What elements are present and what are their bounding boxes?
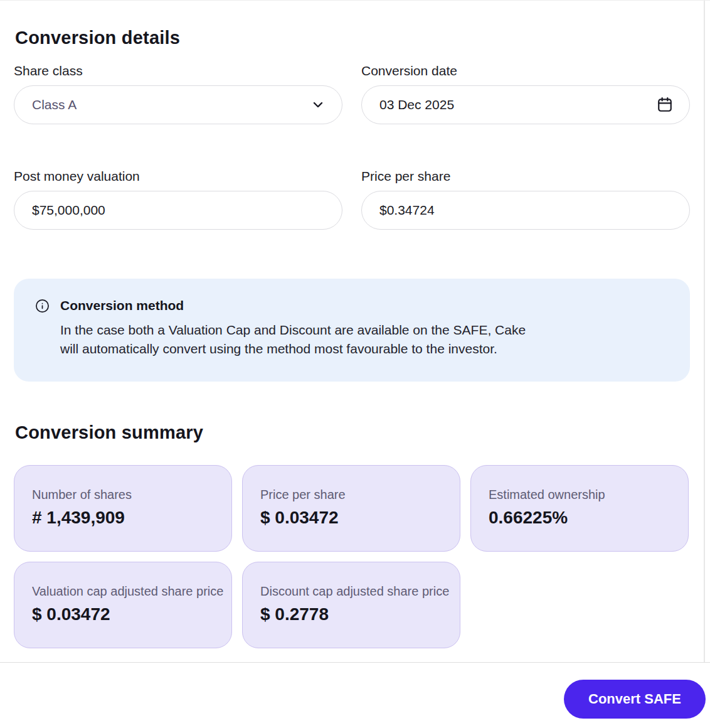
- info-body-line1: In the case both a Valuation Cap and Dis…: [60, 321, 669, 340]
- field-share-class: Share class Class A: [14, 63, 342, 124]
- card-value: 0.66225%: [489, 507, 670, 528]
- card-label: Discount cap adjusted share price: [260, 584, 460, 599]
- field-price-per-share: Price per share: [361, 168, 690, 230]
- post-money-valuation-input[interactable]: [14, 191, 342, 230]
- post-money-valuation-label: Post money valuation: [14, 168, 342, 184]
- info-body: In the case both a Valuation Cap and Dis…: [60, 321, 669, 358]
- summary-card-number-of-shares: Number of shares # 1,439,909: [14, 465, 232, 552]
- calendar-icon[interactable]: [657, 97, 673, 113]
- info-body-line2: will automatically convert using the met…: [60, 340, 669, 358]
- conversion-date-label: Conversion date: [361, 63, 690, 78]
- summary-title: Conversion summary: [15, 422, 203, 443]
- footer-divider: [0, 662, 710, 663]
- card-label: Valuation cap adjusted share price: [32, 584, 231, 599]
- card-label: Estimated ownership: [489, 487, 688, 502]
- info-circle-icon: [35, 299, 50, 313]
- card-value: $ 0.2778: [260, 604, 442, 625]
- summary-card-price-per-share: Price per share $ 0.03472: [242, 465, 460, 552]
- conversion-summary-cards: Number of shares # 1,439,909 Price per s…: [14, 465, 690, 648]
- price-per-share-label: Price per share: [361, 168, 690, 184]
- card-label: Number of shares: [32, 487, 231, 502]
- card-value: $ 0.03472: [32, 604, 214, 625]
- info-title: Conversion method: [60, 297, 669, 314]
- share-class-label: Share class: [14, 63, 342, 78]
- share-class-value: Class A: [32, 97, 77, 112]
- conversion-date-input[interactable]: 03 Dec 2025: [361, 85, 690, 124]
- convert-safe-button[interactable]: Convert SAFE: [564, 680, 706, 719]
- conversion-form: Share class Class A Conversion date 03 D…: [14, 63, 690, 230]
- field-conversion-date: Conversion date 03 Dec 2025: [361, 63, 690, 124]
- card-value: # 1,439,909: [32, 507, 214, 528]
- conversion-date-value: 03 Dec 2025: [379, 97, 454, 112]
- chevron-down-icon: [310, 97, 326, 112]
- card-value: $ 0.03472: [260, 507, 442, 528]
- summary-card-valuation-cap-adjusted: Valuation cap adjusted share price $ 0.0…: [14, 562, 232, 648]
- price-per-share-input[interactable]: [361, 191, 690, 230]
- card-label: Price per share: [260, 487, 460, 502]
- field-post-money-valuation: Post money valuation: [14, 168, 342, 230]
- summary-card-estimated-ownership: Estimated ownership 0.66225%: [470, 465, 689, 552]
- info-content: Conversion method In the case both a Val…: [60, 297, 669, 358]
- conversion-method-infobox: Conversion method In the case both a Val…: [14, 279, 690, 382]
- summary-card-discount-cap-adjusted: Discount cap adjusted share price $ 0.27…: [242, 562, 460, 648]
- share-class-select[interactable]: Class A: [14, 85, 342, 124]
- scrollbar-track[interactable]: [704, 1, 705, 662]
- page-title: Conversion details: [15, 28, 180, 48]
